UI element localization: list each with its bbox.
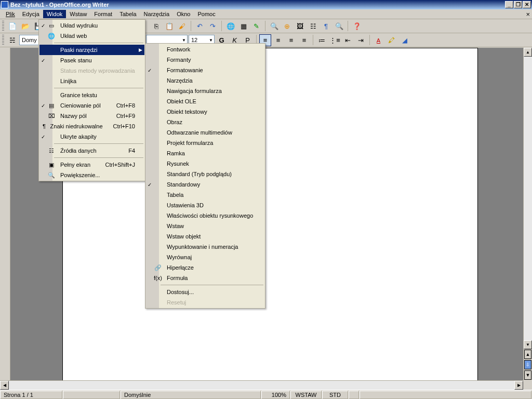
toolbars-submenu-item[interactable]: Formanty: [146, 55, 264, 65]
open-button[interactable]: 📂: [19, 20, 31, 32]
toolbars-submenu-item[interactable]: Tabela: [146, 190, 264, 200]
highlight-button[interactable]: 🖍: [385, 34, 397, 46]
scroll-up-button[interactable]: ▲: [524, 48, 532, 57]
view-menu-item[interactable]: ⌧Nazwy pólCtrl+F9: [39, 111, 144, 121]
nonprinting-button[interactable]: ¶: [320, 20, 332, 32]
gallery-button[interactable]: 🖼: [294, 20, 306, 32]
toolbars-submenu-item[interactable]: Projekt formularza: [146, 138, 264, 148]
zoom-indicator[interactable]: 100%: [261, 391, 290, 399]
toolbars-submenu-item[interactable]: Nawigacja formularza: [146, 86, 264, 96]
decrease-indent-button[interactable]: ⇤: [342, 34, 354, 46]
view-menu-item[interactable]: ✓▭Układ wydruku: [39, 20, 144, 31]
prev-page-button[interactable]: ▲: [524, 350, 531, 359]
toolbars-submenu-item[interactable]: Obraz: [146, 117, 264, 127]
bgcolor-button[interactable]: ◢: [398, 34, 410, 46]
toolbars-submenu-item[interactable]: Resetuj: [146, 297, 264, 308]
insert-mode-indicator[interactable]: WSTAW: [290, 391, 322, 399]
toolbars-submenu-item[interactable]: Odtwarzanie multimediów: [146, 127, 264, 138]
toolbars-submenu-item[interactable]: Wypunktowanie i numeracja: [146, 242, 264, 252]
menu-window[interactable]: Okno: [173, 10, 194, 18]
scroll-left-button[interactable]: ◀: [0, 381, 9, 390]
page-style-indicator[interactable]: Domyślnie: [121, 391, 261, 399]
undo-button[interactable]: ↶: [194, 20, 206, 32]
next-page-button[interactable]: ▼: [524, 370, 531, 380]
help-button[interactable]: ❓: [351, 20, 363, 32]
view-menu-item[interactable]: ✓▤Cieniowanie pólCtrl+F8: [39, 100, 144, 111]
zoom-button[interactable]: 🔍: [333, 20, 345, 32]
view-menu-item[interactable]: 🔍Powiększenie...: [39, 170, 144, 180]
toolbars-submenu-item[interactable]: Dostosuj...: [146, 287, 264, 297]
toolbars-submenu-item[interactable]: Wstaw objekt: [146, 231, 264, 242]
numbering-button[interactable]: ≔: [316, 34, 328, 46]
toolbar-grip[interactable]: [2, 21, 4, 31]
view-menu-item[interactable]: ✓Pasek stanu: [39, 55, 144, 65]
view-menu-item[interactable]: Granice tekstu: [39, 90, 144, 100]
menu-view[interactable]: Widok: [43, 10, 66, 18]
toolbars-submenu-item[interactable]: Narzędzia: [146, 75, 264, 86]
vertical-scrollbar[interactable]: ▲ ▼ ▲ ⇩ ▼: [523, 48, 532, 380]
datasource-button[interactable]: ☷: [307, 20, 319, 32]
toolbar-grip[interactable]: [2, 35, 4, 45]
find-button[interactable]: 🔍: [268, 20, 280, 32]
toolbars-submenu-item[interactable]: Ramka: [146, 148, 264, 158]
selection-mode-indicator[interactable]: STD: [322, 391, 348, 399]
page-indicator[interactable]: Strona 1 / 1: [0, 391, 62, 399]
paste-button[interactable]: 📋: [163, 20, 175, 32]
menu-insert[interactable]: Wstaw: [66, 10, 90, 18]
toolbars-submenu-item[interactable]: Rysunek: [146, 158, 264, 169]
view-menu-item[interactable]: ✓Ukryte akapity: [39, 131, 144, 142]
format-paint-button[interactable]: 🖌: [176, 20, 188, 32]
draw-button[interactable]: ✎: [250, 20, 262, 32]
minimize-button[interactable]: _: [505, 1, 513, 8]
close-button[interactable]: ✕: [523, 1, 531, 8]
font-color-button[interactable]: A: [373, 34, 384, 46]
navigation-button[interactable]: ⇩: [524, 360, 531, 369]
menubar: Plik Edycja Widok Wstaw Format Tabela Na…: [0, 9, 532, 19]
menu-help[interactable]: Pomoc: [194, 10, 219, 18]
restore-button[interactable]: ❐: [514, 1, 522, 8]
menu-format[interactable]: Format: [90, 10, 116, 18]
scroll-down-button[interactable]: ▼: [524, 340, 532, 349]
menu-table[interactable]: Tabela: [116, 10, 140, 18]
styles-button[interactable]: ☵: [6, 34, 18, 46]
hscroll-track[interactable]: [9, 381, 514, 390]
document-close-button[interactable]: ×: [526, 10, 530, 18]
toolbars-submenu-item[interactable]: Obiekt OLE: [146, 96, 264, 107]
toolbars-submenu-item[interactable]: Ustawienia 3D: [146, 200, 264, 210]
new-button[interactable]: 📄: [6, 20, 18, 32]
increase-indent-button[interactable]: ⇥: [355, 34, 367, 46]
hyperlink-button[interactable]: 🌐: [224, 20, 236, 32]
horizontal-scrollbar[interactable]: ◀ ▶: [0, 380, 523, 390]
toolbars-submenu-item[interactable]: Fontwork: [146, 44, 264, 55]
scroll-right-button[interactable]: ▶: [514, 381, 523, 390]
toolbars-submenu-item[interactable]: Standard (Tryb podglądu): [146, 169, 264, 179]
menu-edit[interactable]: Edycja: [19, 10, 43, 18]
redo-button[interactable]: ↷: [207, 20, 219, 32]
toolbars-submenu-item[interactable]: Właściwości obiektu rysunkowego: [146, 210, 264, 221]
view-menu-item[interactable]: 🌐Układ web: [39, 31, 144, 41]
toolbars-submenu-item[interactable]: f(x)Formuła: [146, 273, 264, 283]
toolbars-submenu-item[interactable]: ✓Standardowy: [146, 179, 264, 190]
menu-file[interactable]: Plik: [2, 10, 19, 18]
bullets-button[interactable]: ⋮≡: [329, 34, 341, 46]
toolbars-submenu-item[interactable]: ✓Formatowanie: [146, 65, 264, 75]
align-center-button[interactable]: ≡: [272, 34, 284, 46]
toolbars-submenu-item[interactable]: Wstaw: [146, 221, 264, 231]
view-menu-item[interactable]: Linijka: [39, 76, 144, 86]
view-menu-item[interactable]: Status metody wprowadzania: [39, 65, 144, 76]
table-button[interactable]: ▦: [237, 20, 249, 32]
web-icon: 🌐: [47, 32, 56, 40]
toolbars-submenu-item[interactable]: Wyrównaj: [146, 252, 264, 262]
view-menu-item[interactable]: Paski narzędzi▶: [39, 45, 144, 55]
align-justify-button[interactable]: ≡: [298, 34, 310, 46]
view-menu-item[interactable]: ▣Pełny ekranCtrl+Shift+J: [39, 159, 144, 170]
toolbars-submenu-item[interactable]: Obiekt tekstowy: [146, 107, 264, 117]
align-right-button[interactable]: ≡: [285, 34, 297, 46]
view-menu-item[interactable]: ¶Znaki niedrukowalneCtrl+F10: [39, 121, 144, 131]
toolbars-submenu-item[interactable]: 🔗Hiperłącze: [146, 262, 264, 273]
scroll-track[interactable]: [524, 57, 532, 340]
navigator-button[interactable]: ⊕: [281, 20, 293, 32]
view-menu-item[interactable]: ☷Źródła danychF4: [39, 145, 144, 156]
menu-tools[interactable]: Narzędzia: [140, 10, 174, 18]
copy-button[interactable]: ⎘: [150, 20, 162, 32]
